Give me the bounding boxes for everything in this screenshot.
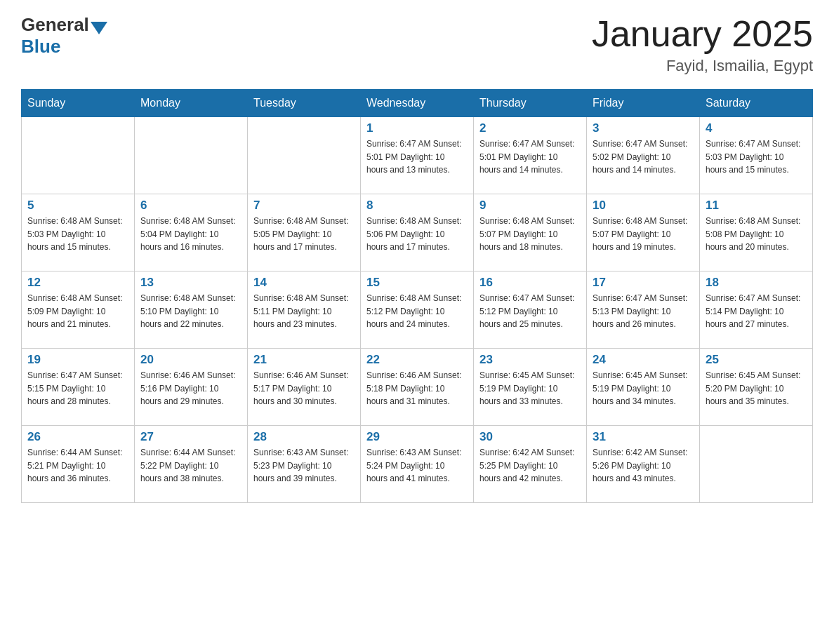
day-number: 12: [27, 276, 128, 290]
calendar-cell: 8Sunrise: 6:48 AM Sunset: 5:06 PM Daylig…: [361, 194, 474, 271]
day-of-week-header: Monday: [135, 90, 248, 117]
day-of-week-header: Sunday: [22, 90, 135, 117]
day-number: 10: [593, 199, 694, 213]
day-info: Sunrise: 6:48 AM Sunset: 5:11 PM Dayligh…: [253, 292, 355, 331]
calendar-cell: 13Sunrise: 6:48 AM Sunset: 5:10 PM Dayli…: [135, 271, 248, 349]
calendar-cell: 20Sunrise: 6:46 AM Sunset: 5:16 PM Dayli…: [135, 349, 248, 426]
day-info: Sunrise: 6:47 AM Sunset: 5:13 PM Dayligh…: [593, 292, 694, 331]
calendar-subtitle: Fayid, Ismailia, Egypt: [592, 57, 813, 75]
day-number: 29: [366, 430, 468, 444]
calendar-cell: 18Sunrise: 6:47 AM Sunset: 5:14 PM Dayli…: [700, 271, 813, 349]
calendar-cell: 24Sunrise: 6:45 AM Sunset: 5:19 PM Dayli…: [587, 349, 700, 426]
calendar-cell: [248, 117, 361, 194]
day-number: 24: [593, 353, 694, 367]
calendar-cell: 10Sunrise: 6:48 AM Sunset: 5:07 PM Dayli…: [587, 194, 700, 271]
day-number: 17: [593, 276, 694, 290]
day-number: 4: [706, 121, 807, 135]
day-info: Sunrise: 6:47 AM Sunset: 5:12 PM Dayligh…: [479, 292, 581, 331]
day-number: 15: [366, 276, 468, 290]
calendar-cell: 21Sunrise: 6:46 AM Sunset: 5:17 PM Dayli…: [248, 349, 361, 426]
day-of-week-header: Thursday: [474, 90, 587, 117]
calendar-cell: 31Sunrise: 6:42 AM Sunset: 5:26 PM Dayli…: [587, 426, 700, 503]
day-number: 13: [140, 276, 241, 290]
day-info: Sunrise: 6:47 AM Sunset: 5:03 PM Dayligh…: [706, 137, 807, 177]
day-number: 8: [366, 199, 468, 213]
day-info: Sunrise: 6:45 AM Sunset: 5:19 PM Dayligh…: [593, 369, 694, 408]
day-of-week-header: Tuesday: [248, 90, 361, 117]
day-number: 1: [366, 121, 468, 135]
logo-arrow-icon: [91, 22, 107, 34]
day-info: Sunrise: 6:48 AM Sunset: 5:12 PM Dayligh…: [366, 292, 468, 331]
calendar-cell: 1Sunrise: 6:47 AM Sunset: 5:01 PM Daylig…: [361, 117, 474, 194]
day-info: Sunrise: 6:47 AM Sunset: 5:15 PM Dayligh…: [27, 369, 128, 408]
day-number: 25: [706, 353, 807, 367]
day-number: 20: [140, 353, 241, 367]
calendar-cell: 23Sunrise: 6:45 AM Sunset: 5:19 PM Dayli…: [474, 349, 587, 426]
day-info: Sunrise: 6:43 AM Sunset: 5:24 PM Dayligh…: [366, 446, 468, 485]
day-info: Sunrise: 6:48 AM Sunset: 5:07 PM Dayligh…: [479, 215, 581, 254]
day-number: 23: [479, 353, 581, 367]
day-number: 19: [27, 353, 128, 367]
day-info: Sunrise: 6:47 AM Sunset: 5:02 PM Dayligh…: [593, 137, 694, 177]
calendar-cell: 7Sunrise: 6:48 AM Sunset: 5:05 PM Daylig…: [248, 194, 361, 271]
day-info: Sunrise: 6:46 AM Sunset: 5:18 PM Dayligh…: [366, 369, 468, 408]
day-info: Sunrise: 6:47 AM Sunset: 5:14 PM Dayligh…: [706, 292, 807, 331]
day-number: 5: [27, 199, 128, 213]
day-number: 3: [593, 121, 694, 135]
calendar-cell: 15Sunrise: 6:48 AM Sunset: 5:12 PM Dayli…: [361, 271, 474, 349]
day-number: 9: [479, 199, 581, 213]
day-info: Sunrise: 6:48 AM Sunset: 5:08 PM Dayligh…: [706, 215, 807, 254]
calendar-cell: 22Sunrise: 6:46 AM Sunset: 5:18 PM Dayli…: [361, 349, 474, 426]
day-number: 2: [479, 121, 581, 135]
day-number: 22: [366, 353, 468, 367]
day-number: 16: [479, 276, 581, 290]
day-info: Sunrise: 6:47 AM Sunset: 5:01 PM Dayligh…: [479, 137, 581, 177]
day-number: 26: [27, 430, 128, 444]
calendar-cell: 6Sunrise: 6:48 AM Sunset: 5:04 PM Daylig…: [135, 194, 248, 271]
day-info: Sunrise: 6:46 AM Sunset: 5:16 PM Dayligh…: [140, 369, 241, 408]
calendar-header-row: SundayMondayTuesdayWednesdayThursdayFrid…: [22, 90, 813, 117]
calendar-cell: 27Sunrise: 6:44 AM Sunset: 5:22 PM Dayli…: [135, 426, 248, 503]
day-info: Sunrise: 6:48 AM Sunset: 5:03 PM Dayligh…: [27, 215, 128, 254]
calendar-cell: 19Sunrise: 6:47 AM Sunset: 5:15 PM Dayli…: [22, 349, 135, 426]
calendar-week-row: 19Sunrise: 6:47 AM Sunset: 5:15 PM Dayli…: [22, 349, 813, 426]
calendar-week-row: 5Sunrise: 6:48 AM Sunset: 5:03 PM Daylig…: [22, 194, 813, 271]
day-info: Sunrise: 6:42 AM Sunset: 5:26 PM Dayligh…: [593, 446, 694, 485]
calendar-cell: 17Sunrise: 6:47 AM Sunset: 5:13 PM Dayli…: [587, 271, 700, 349]
day-info: Sunrise: 6:45 AM Sunset: 5:19 PM Dayligh…: [479, 369, 581, 408]
calendar-week-row: 12Sunrise: 6:48 AM Sunset: 5:09 PM Dayli…: [22, 271, 813, 349]
day-info: Sunrise: 6:48 AM Sunset: 5:05 PM Dayligh…: [253, 215, 355, 254]
calendar-cell: 5Sunrise: 6:48 AM Sunset: 5:03 PM Daylig…: [22, 194, 135, 271]
calendar-cell: 14Sunrise: 6:48 AM Sunset: 5:11 PM Dayli…: [248, 271, 361, 349]
calendar-week-row: 26Sunrise: 6:44 AM Sunset: 5:21 PM Dayli…: [22, 426, 813, 503]
page-header: General Blue January 2025 Fayid, Ismaili…: [21, 14, 813, 75]
day-number: 30: [479, 430, 581, 444]
calendar-table: SundayMondayTuesdayWednesdayThursdayFrid…: [21, 89, 813, 503]
day-number: 21: [253, 353, 355, 367]
day-info: Sunrise: 6:48 AM Sunset: 5:07 PM Dayligh…: [593, 215, 694, 254]
calendar-cell: 29Sunrise: 6:43 AM Sunset: 5:24 PM Dayli…: [361, 426, 474, 503]
day-info: Sunrise: 6:48 AM Sunset: 5:10 PM Dayligh…: [140, 292, 241, 331]
calendar-cell: 16Sunrise: 6:47 AM Sunset: 5:12 PM Dayli…: [474, 271, 587, 349]
day-info: Sunrise: 6:46 AM Sunset: 5:17 PM Dayligh…: [253, 369, 355, 408]
logo: General Blue: [21, 14, 109, 58]
calendar-week-row: 1Sunrise: 6:47 AM Sunset: 5:01 PM Daylig…: [22, 117, 813, 194]
calendar-title: January 2025: [592, 14, 813, 54]
day-info: Sunrise: 6:47 AM Sunset: 5:01 PM Dayligh…: [366, 137, 468, 177]
day-number: 11: [706, 199, 807, 213]
day-info: Sunrise: 6:44 AM Sunset: 5:21 PM Dayligh…: [27, 446, 128, 485]
day-number: 27: [140, 430, 241, 444]
day-number: 14: [253, 276, 355, 290]
calendar-cell: 11Sunrise: 6:48 AM Sunset: 5:08 PM Dayli…: [700, 194, 813, 271]
calendar-cell: [22, 117, 135, 194]
day-number: 7: [253, 199, 355, 213]
day-of-week-header: Friday: [587, 90, 700, 117]
calendar-cell: 9Sunrise: 6:48 AM Sunset: 5:07 PM Daylig…: [474, 194, 587, 271]
calendar-cell: 4Sunrise: 6:47 AM Sunset: 5:03 PM Daylig…: [700, 117, 813, 194]
calendar-cell: 30Sunrise: 6:42 AM Sunset: 5:25 PM Dayli…: [474, 426, 587, 503]
calendar-cell: 2Sunrise: 6:47 AM Sunset: 5:01 PM Daylig…: [474, 117, 587, 194]
day-info: Sunrise: 6:48 AM Sunset: 5:09 PM Dayligh…: [27, 292, 128, 331]
day-number: 28: [253, 430, 355, 444]
calendar-cell: [700, 426, 813, 503]
calendar-cell: 26Sunrise: 6:44 AM Sunset: 5:21 PM Dayli…: [22, 426, 135, 503]
